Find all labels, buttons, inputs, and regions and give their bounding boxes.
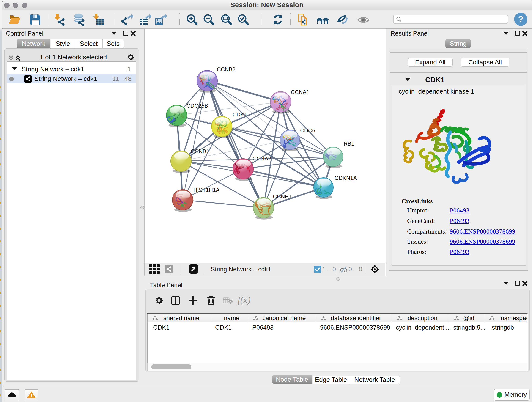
svg-text:CCNA1: CCNA1 (291, 89, 309, 95)
svg-text:CCNE1: CCNE1 (273, 193, 291, 200)
svg-text:CDKN1A: CDKN1A (335, 175, 357, 181)
svg-text:RB1: RB1 (344, 140, 355, 147)
svg-text:CDK1: CDK1 (233, 111, 247, 118)
svg-text:CDC6: CDC6 (300, 128, 315, 134)
svg-text:HIST1H1A: HIST1H1A (193, 187, 220, 193)
svg-text:CDC25B: CDC25B (186, 103, 208, 109)
svg-text:CCNB2: CCNB2 (217, 66, 235, 72)
svg-text:CCNB1: CCNB1 (191, 148, 209, 154)
svg-text:CCNA2: CCNA2 (253, 155, 271, 162)
